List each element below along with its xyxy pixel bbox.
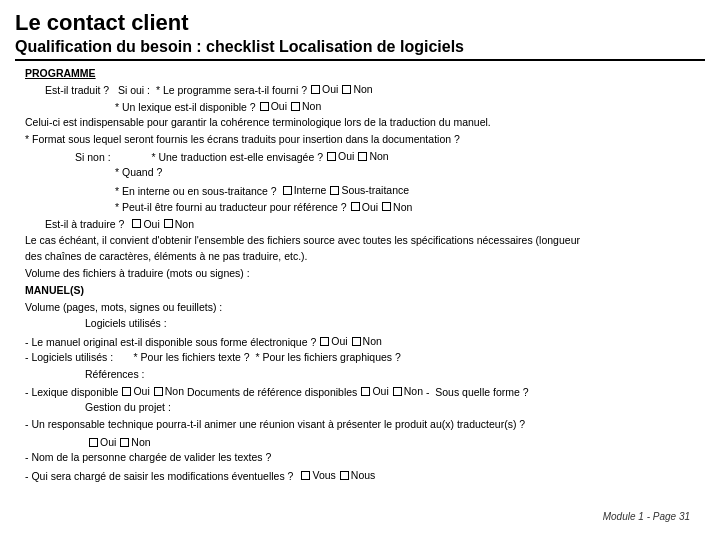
checkbox-non-5: Non bbox=[164, 216, 194, 232]
checkbox-icon[interactable] bbox=[351, 202, 360, 211]
checkbox-oui-5: Oui bbox=[132, 216, 159, 232]
line-nom-personne: - Nom de la personne chargée de valider … bbox=[25, 450, 705, 466]
line-text: Est-il traduit ? Si oui : * Le programme… bbox=[45, 82, 307, 98]
line-sinon: Si non : * Une traduction est-elle envis… bbox=[75, 148, 705, 165]
checkbox-icon[interactable] bbox=[358, 152, 367, 161]
checkbox-icon[interactable] bbox=[340, 471, 349, 480]
section-label: PROGRAMME bbox=[25, 67, 705, 79]
line-responsable: - Un responsable technique pourra-t-il a… bbox=[25, 417, 705, 433]
checkbox-icon[interactable] bbox=[330, 186, 339, 195]
line-logiciels-fichiers: - Logiciels utilisés : * Pour les fichie… bbox=[25, 350, 705, 366]
line-indispensable: Celui-ci est indispensable pour garantir… bbox=[25, 115, 705, 131]
checkbox-oui-4: Oui bbox=[351, 199, 378, 215]
module-label: Module 1 - Page 31 bbox=[603, 511, 690, 522]
line-manuel-original: - Le manuel original est-il disponible s… bbox=[25, 333, 705, 350]
checkbox-oui-2: Oui bbox=[260, 98, 287, 114]
checkbox-lex-non: Non bbox=[154, 383, 184, 399]
line-text: - Qui sera chargé de saisir les modifica… bbox=[25, 468, 293, 484]
checkbox-icon[interactable] bbox=[283, 186, 292, 195]
checkbox-non-1: Non bbox=[342, 81, 372, 97]
line-text: * Un lexique est-il disponible ? bbox=[115, 99, 256, 115]
checkbox-resp-non: Non bbox=[120, 434, 150, 450]
checkbox-nous: Nous bbox=[340, 467, 376, 483]
checkbox-icon[interactable] bbox=[327, 152, 336, 161]
line-text: Est-il à traduire ? bbox=[45, 216, 124, 232]
line-volume-fichiers: Volume des fichiers à traduire (mots ou … bbox=[25, 266, 705, 282]
checkbox-icon[interactable] bbox=[320, 337, 329, 346]
checkbox-icon[interactable] bbox=[291, 102, 300, 111]
checkbox-icon[interactable] bbox=[342, 85, 351, 94]
line-volume-pages: Volume (pages, mots, signes ou feuillets… bbox=[25, 300, 705, 316]
page-title: Le contact client bbox=[15, 10, 705, 36]
line-interne: * En interne ou en sous-traitance ? Inte… bbox=[115, 182, 705, 199]
line-text: * Peut-il être fourni au traducteur pour… bbox=[115, 199, 347, 215]
page-container: Le contact client Qualification du besoi… bbox=[15, 10, 705, 530]
checkbox-icon[interactable] bbox=[260, 102, 269, 111]
line-text: Si non : * Une traduction est-elle envis… bbox=[75, 149, 323, 165]
checkbox-icon[interactable] bbox=[122, 387, 131, 396]
line-text-3: - Sous quelle forme ? bbox=[423, 384, 529, 400]
line-lexique: * Un lexique est-il disponible ? Oui Non bbox=[115, 98, 705, 115]
line-references: Références : bbox=[85, 367, 705, 383]
line-traduit: Est-il traduit ? Si oui : * Le programme… bbox=[45, 81, 705, 98]
checkbox-sous-traitance: Sous-traitance bbox=[330, 182, 409, 198]
checkbox-icon[interactable] bbox=[311, 85, 320, 94]
checkbox-doc-oui: Oui bbox=[361, 383, 388, 399]
checkbox-oui-6: Oui bbox=[320, 333, 347, 349]
line-manuel: MANUEL(S) bbox=[25, 283, 705, 299]
line-lexique-disponible: - Lexique disponible Oui Non Documents d… bbox=[25, 383, 705, 400]
checkbox-non-4: Non bbox=[382, 199, 412, 215]
checkbox-oui-1: Oui bbox=[311, 81, 338, 97]
line-quand: * Quand ? bbox=[115, 165, 705, 181]
checkbox-non-3: Non bbox=[358, 148, 388, 164]
checkbox-icon[interactable] bbox=[361, 387, 370, 396]
checkbox-doc-non: Non bbox=[393, 383, 423, 399]
line-text: - Le manuel original est-il disponible s… bbox=[25, 334, 316, 350]
checkbox-interne: Interne bbox=[283, 182, 327, 198]
checkbox-icon[interactable] bbox=[89, 438, 98, 447]
checkbox-vous: Vous bbox=[301, 467, 335, 483]
checkbox-non-6: Non bbox=[352, 333, 382, 349]
checkbox-icon[interactable] bbox=[382, 202, 391, 211]
line-fourni: * Peut-il être fourni au traducteur pour… bbox=[115, 199, 705, 216]
line-a-traduire: Est-il à traduire ? Oui Non bbox=[45, 216, 705, 233]
page-subtitle: Qualification du besoin : checklist Loca… bbox=[15, 38, 705, 61]
line-text: - Lexique disponible bbox=[25, 384, 118, 400]
checkbox-icon[interactable] bbox=[154, 387, 163, 396]
checkbox-icon[interactable] bbox=[393, 387, 402, 396]
line-format: * Format sous lequel seront fournis les … bbox=[25, 132, 705, 148]
checkbox-icon[interactable] bbox=[301, 471, 310, 480]
checkbox-lex-oui: Oui bbox=[122, 383, 149, 399]
checkbox-resp-oui: Oui bbox=[89, 434, 116, 450]
line-cas-echeant-2: des chaînes de caractères, éléments à ne… bbox=[25, 249, 705, 265]
line-cas-echeant-1: Le cas échéant, il convient d'obtenir l'… bbox=[25, 233, 705, 249]
line-qui-saisi: - Qui sera chargé de saisir les modifica… bbox=[25, 467, 705, 484]
line-logiciels: Logiciels utilisés : bbox=[85, 316, 705, 332]
checkbox-oui-3: Oui bbox=[327, 148, 354, 164]
line-gestion: Gestion du projet : bbox=[85, 400, 705, 416]
checkbox-icon[interactable] bbox=[132, 219, 141, 228]
line-text: * En interne ou en sous-traitance ? bbox=[115, 183, 277, 199]
checkbox-icon[interactable] bbox=[120, 438, 129, 447]
line-text-2: Documents de référence disponibles bbox=[184, 384, 357, 400]
checkbox-icon[interactable] bbox=[164, 219, 173, 228]
line-resp-checkboxes: Oui Non bbox=[85, 434, 705, 450]
checkbox-icon[interactable] bbox=[352, 337, 361, 346]
checkbox-non-2: Non bbox=[291, 98, 321, 114]
